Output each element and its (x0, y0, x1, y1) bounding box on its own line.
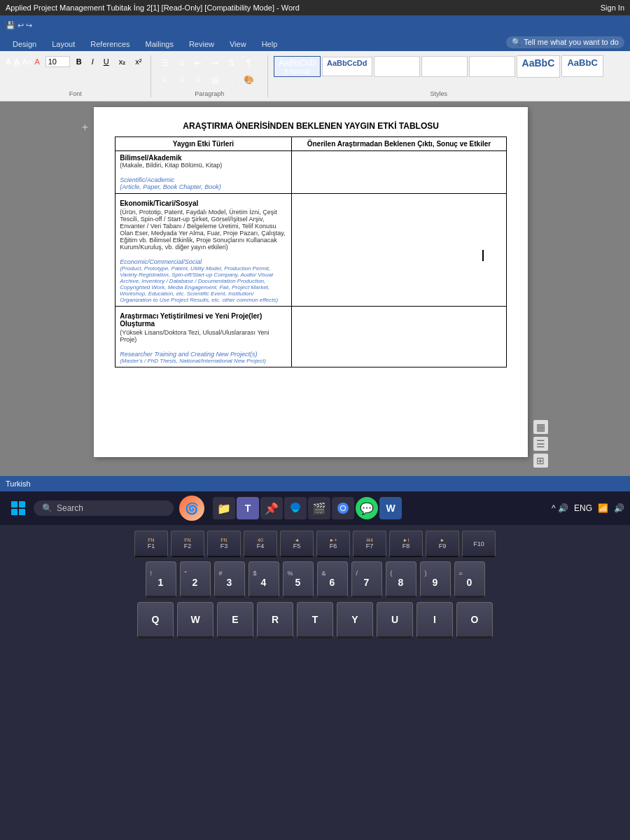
view-toggle-1[interactable]: ▦ (533, 420, 548, 434)
ekonomik-output[interactable] (291, 194, 506, 307)
document-page: ARAŞTIRMA ÖNERİSİNDEN BEKLENEN YAYGIN ET… (94, 107, 528, 457)
align-left-button[interactable]: ≡ (157, 72, 172, 88)
indent-decrease-button[interactable]: ⇤ (190, 55, 206, 71)
sort-button[interactable]: ⇅ (224, 55, 239, 71)
taskbar-search[interactable]: 🔍 Search (34, 500, 174, 516)
subscript-button[interactable]: x₂ (115, 55, 130, 69)
ekonomik-english: Economic/Commercial/Social (120, 258, 287, 265)
function-key-row: FN F1 FN F2 FN F3 40 F4 ◄ F5 ►+ F6 I44 F… (6, 531, 624, 557)
tab-view[interactable]: View (223, 37, 253, 51)
pinned-app-icon[interactable]: 📌 (260, 497, 283, 519)
tab-help[interactable]: Help (255, 37, 285, 51)
wifi-icon: 📶 (598, 503, 608, 513)
italic-button[interactable]: I (88, 55, 97, 68)
qwerty-row: Q W E R T Y U I O (6, 602, 624, 638)
word-taskbar-icon[interactable]: W (379, 497, 402, 519)
key-f9[interactable]: ► F9 (426, 531, 459, 557)
style-body-text[interactable]: AaBbCcDd ¶ Body Text (322, 57, 372, 76)
arastirmaci-title: Araştırmacı Yetiştirilmesi ve Yeni Proje… (120, 312, 287, 328)
ribbon: 💾 ↩ ↪ Design Layout References Mailings … (0, 15, 630, 102)
font-group-label: Font (6, 90, 145, 97)
teams-icon[interactable]: T (237, 497, 259, 519)
whatsapp-icon[interactable]: 💬 (356, 497, 378, 519)
tab-mailings[interactable]: Mailings (139, 37, 181, 51)
add-page-button[interactable]: + (82, 121, 88, 134)
key-f1[interactable]: FN F1 (134, 531, 168, 557)
key-5[interactable]: % 5 (283, 561, 314, 598)
language-indicator[interactable]: Turkish (6, 479, 31, 488)
numbering-button[interactable]: ≡ (174, 55, 189, 71)
key-f6[interactable]: ►+ F6 (316, 531, 350, 557)
underline-button[interactable]: U (100, 55, 113, 68)
quick-access-toolbar[interactable]: 💾 ↩ ↪ (6, 21, 32, 30)
key-8[interactable]: ( 8 (386, 561, 416, 598)
key-w[interactable]: W (177, 602, 214, 638)
cortana-button[interactable]: 🌀 (179, 496, 204, 521)
key-o[interactable]: O (456, 602, 493, 638)
view-toggle-3[interactable]: ⊞ (533, 454, 548, 468)
font-color-label: A (34, 57, 39, 66)
key-4[interactable]: $ 4 (248, 561, 279, 598)
arastirmaci-output[interactable] (291, 307, 506, 368)
tab-layout[interactable]: Layout (45, 37, 82, 51)
arastirmaci-content: (Yüksek Lisans/Doktora Tezi, Ulusal/Ulus… (120, 329, 287, 343)
key-f2[interactable]: FN F2 (171, 531, 204, 557)
key-r[interactable]: R (257, 602, 293, 638)
align-center-button[interactable]: ≡ (174, 72, 189, 88)
style-no-space[interactable]: AaBbCcE ¶ No Spac... (421, 56, 468, 77)
key-u[interactable]: U (377, 602, 413, 638)
bullets-button[interactable]: ☰ (157, 55, 172, 71)
key-6[interactable]: & 6 (317, 561, 348, 598)
start-button[interactable] (6, 496, 31, 521)
style-normal[interactable]: AaBbCcD ¶ Normal (274, 56, 321, 77)
indent-increase-button[interactable]: ⇥ (207, 55, 223, 71)
file-explorer-icon[interactable]: 📁 (213, 497, 235, 519)
key-q[interactable]: Q (137, 602, 174, 638)
table-header-col1: Yaygın Etki Türleri (115, 137, 292, 151)
styles-group: AaBbCcD ¶ Normal AaBbCcDd ¶ Body Text Aa… (274, 55, 609, 97)
key-9[interactable]: ) 9 (420, 561, 451, 598)
justify-button[interactable]: ▤ (207, 72, 223, 88)
style-list-para[interactable]: AaBbCcE ¶ List Para... (374, 56, 420, 77)
key-0[interactable]: = 0 (454, 561, 485, 598)
bilimsel-output[interactable] (291, 151, 506, 194)
arastirmaci-cell: Araştırmacı Yetiştirilmesi ve Yeni Proje… (115, 307, 292, 368)
key-t[interactable]: T (297, 602, 333, 638)
chrome-icon[interactable] (332, 497, 354, 519)
line-spacing-button[interactable]: ↕ (224, 72, 239, 88)
key-e[interactable]: E (217, 602, 253, 638)
media-icon[interactable]: 🎬 (308, 497, 330, 519)
style-heading1[interactable]: AaBbC ¶ Heading 1 (517, 55, 560, 78)
key-i[interactable]: I (416, 602, 453, 638)
paragraph-group: ☰ ≡ ⇤ ⇥ ⇅ ¶ ≡ ≡ ≡ ▤ ↕ 🎨 Paragraph (157, 55, 268, 97)
key-f4[interactable]: 40 F4 (244, 531, 277, 557)
sign-in-button[interactable]: Sign In (601, 4, 624, 12)
shading-button[interactable]: 🎨 (241, 72, 256, 88)
font-size-input[interactable] (46, 56, 70, 67)
styles-group-label: Styles (274, 90, 603, 97)
ekonomik-title: Ekonomik/Ticari/Sosyal (120, 200, 287, 207)
key-1[interactable]: ! 1 (146, 561, 176, 598)
bold-button[interactable]: B (73, 55, 85, 68)
tab-references[interactable]: References (83, 37, 136, 51)
key-7[interactable]: / 7 (351, 561, 382, 598)
tab-design[interactable]: Design (6, 37, 43, 51)
key-f3[interactable]: FN F3 (207, 531, 241, 557)
tab-review[interactable]: Review (182, 37, 221, 51)
align-right-button[interactable]: ≡ (190, 72, 206, 88)
key-f5[interactable]: ◄ F5 (280, 531, 314, 557)
key-3[interactable]: # 3 (214, 561, 245, 598)
superscript-button[interactable]: x² (132, 55, 145, 68)
key-2[interactable]: " 2 (180, 561, 211, 598)
key-f10[interactable]: F10 (462, 531, 496, 557)
key-f8[interactable]: ►I F8 (389, 531, 423, 557)
style-heading2[interactable]: AaBbC ¶ Headir (561, 55, 603, 77)
edge-icon[interactable] (284, 497, 307, 519)
view-toggle-2[interactable]: ☰ (533, 437, 548, 451)
bilimsel-cell: Bilimsel/Akademik (Makale, Bildiri, Kita… (115, 151, 292, 194)
key-f7[interactable]: I44 F7 (353, 531, 386, 557)
style-table-par[interactable]: AaBbCcE ¶ Table Par... (469, 56, 515, 77)
key-y[interactable]: Y (337, 602, 373, 638)
tell-me-button[interactable]: 🔍 Tell me what you want to do (506, 36, 624, 48)
show-formatting-button[interactable]: ¶ (241, 55, 256, 71)
